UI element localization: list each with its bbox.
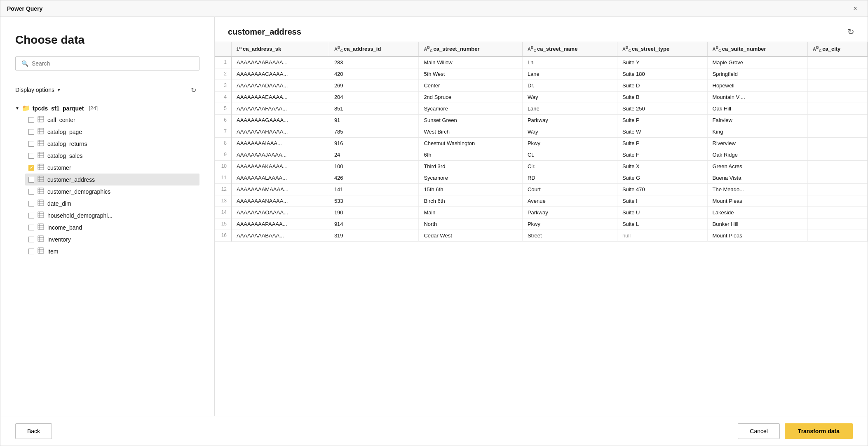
tree-item-checkbox[interactable] xyxy=(28,129,34,135)
tree-item-checkbox[interactable] xyxy=(28,225,34,230)
tree-item[interactable]: customer_demographics xyxy=(25,185,199,197)
tree-item[interactable]: household_demographi... xyxy=(25,209,199,221)
col-type-icon: ABC xyxy=(528,47,536,52)
transform-data-button[interactable]: Transform data xyxy=(785,423,853,439)
cell-ca_city xyxy=(808,56,868,68)
display-options-row: Display options ▾ ↻ xyxy=(0,79,214,99)
cell-ca_address_id: 141 xyxy=(329,183,419,195)
cell-ca_address_id: 785 xyxy=(329,126,419,137)
row-number: 11 xyxy=(215,172,231,183)
tree-item-label: customer_demographics xyxy=(47,188,110,195)
cell-ca_street_type: null xyxy=(617,230,707,241)
cell-ca_address_sk: AAAAAAAAEAAAA... xyxy=(231,91,329,103)
cell-ca_suite_number: Oak Ridge xyxy=(707,149,808,160)
cell-ca_street_type: Suite W xyxy=(617,126,707,137)
display-options-button[interactable]: Display options ▾ xyxy=(15,87,60,93)
table-row: 4AAAAAAAAEAAAA...2042nd SpruceWaySuite B… xyxy=(215,91,868,103)
cell-ca_street_name: Ln xyxy=(522,56,617,68)
svg-rect-0 xyxy=(38,116,44,122)
col-header-ca_city: ABCca_city xyxy=(808,42,868,56)
cell-ca_suite_number: Hopewell xyxy=(707,80,808,91)
cancel-button[interactable]: Cancel xyxy=(738,423,780,439)
cell-ca_street_name: Dr. xyxy=(522,80,617,91)
tree-item[interactable]: catalog_page xyxy=(25,126,199,138)
cell-ca_city xyxy=(808,68,868,80)
cell-ca_suite_number: Riverview xyxy=(707,137,808,149)
table-icon xyxy=(38,152,44,160)
row-number: 6 xyxy=(215,114,231,126)
window-title: Power Query xyxy=(7,5,42,12)
tree-item-checkbox[interactable] xyxy=(28,117,34,123)
col-header-ca_street_number: ABCca_street_number xyxy=(419,42,523,56)
table-icon xyxy=(38,164,44,171)
tree-item[interactable]: call_center xyxy=(25,114,199,126)
tree-item-checkbox[interactable] xyxy=(28,165,34,171)
cell-ca_street_number: 15th 6th xyxy=(419,183,523,195)
close-button[interactable]: × xyxy=(849,3,861,14)
cell-ca_city xyxy=(808,207,868,218)
col-header-ca_street_name: ABCca_street_name xyxy=(522,42,617,56)
cell-ca_street_name: Court xyxy=(522,183,617,195)
cell-ca_street_type: Suite G xyxy=(617,172,707,183)
tree-item-checkbox[interactable] xyxy=(28,249,34,254)
svg-rect-44 xyxy=(38,248,44,254)
tree-item-checkbox[interactable] xyxy=(28,153,34,159)
table-row: 12AAAAAAAAMAAAA...14115th 6thCourtSuite … xyxy=(215,183,868,195)
row-number: 16 xyxy=(215,230,231,241)
tree-item[interactable]: customer_address xyxy=(25,174,199,185)
cell-ca_city xyxy=(808,195,868,207)
data-table: 1²³ca_address_skABCca_address_idABCca_st… xyxy=(215,42,868,242)
tree-item[interactable]: inventory xyxy=(25,233,199,245)
cell-ca_street_type: Suite P xyxy=(617,137,707,149)
svg-rect-16 xyxy=(38,164,44,170)
cell-ca_street_type: Suite P xyxy=(617,114,707,126)
data-table-container[interactable]: 1²³ca_address_skABCca_address_idABCca_st… xyxy=(215,42,868,416)
svg-rect-4 xyxy=(38,128,44,134)
folder-label: tpcds_sf1_parquet xyxy=(33,105,84,112)
tree-item-checkbox[interactable] xyxy=(28,189,34,195)
refresh-table-button[interactable]: ↻ xyxy=(847,27,854,37)
tree-item-checkbox[interactable] xyxy=(28,213,34,218)
cell-ca_address_sk: AAAAAAAAFAAAA... xyxy=(231,103,329,114)
svg-rect-12 xyxy=(38,152,44,158)
footer-right: Cancel Transform data xyxy=(738,423,853,439)
table-icon xyxy=(38,211,44,219)
cell-ca_street_number: Chestnut Washington xyxy=(419,137,523,149)
power-query-window: Power Query × Choose data 🔍 Display opti… xyxy=(0,0,868,446)
table-row: 9AAAAAAAAJAAAA...246thCt.Suite FOak Ridg… xyxy=(215,149,868,160)
tree-item-label: catalog_returns xyxy=(47,141,87,147)
tree-item[interactable]: item xyxy=(25,245,199,257)
cell-ca_city xyxy=(808,91,868,103)
row-number: 10 xyxy=(215,160,231,172)
right-panel: customer_address ↻ 1²³ca_address_skABCca… xyxy=(215,17,868,416)
cell-ca_address_id: 283 xyxy=(329,56,419,68)
tree-item-label: inventory xyxy=(47,236,71,243)
table-icon xyxy=(38,235,44,243)
table-icon xyxy=(38,176,44,183)
tree-item-checkbox[interactable] xyxy=(28,177,34,183)
cell-ca_address_id: 204 xyxy=(329,91,419,103)
cell-ca_address_sk: AAAAAAAAGAAAA... xyxy=(231,114,329,126)
tree-item[interactable]: customer xyxy=(25,162,199,174)
cell-ca_address_sk: AAAAAAAAOAAAA... xyxy=(231,207,329,218)
back-button[interactable]: Back xyxy=(15,423,52,439)
footer: Back Cancel Transform data xyxy=(0,416,868,446)
tree-item-checkbox[interactable] xyxy=(28,237,34,242)
svg-rect-24 xyxy=(38,188,44,194)
tree-item-checkbox[interactable] xyxy=(28,201,34,207)
tree-item-checkbox[interactable] xyxy=(28,141,34,147)
table-row: 3AAAAAAAADAAAA...269CenterDr.Suite DHope… xyxy=(215,80,868,91)
table-icon xyxy=(38,116,44,124)
cell-ca_suite_number: Springfield xyxy=(707,68,808,80)
col-type-icon: ABC xyxy=(424,47,432,52)
cell-ca_city xyxy=(808,183,868,195)
tree-item[interactable]: income_band xyxy=(25,221,199,233)
tree-item[interactable]: date_dim xyxy=(25,197,199,209)
tree-item[interactable]: catalog_sales xyxy=(25,150,199,162)
table-row: 14AAAAAAAAOAAAA...190MainParkwaySuite UL… xyxy=(215,207,868,218)
search-input[interactable] xyxy=(32,60,193,67)
refresh-button[interactable]: ↻ xyxy=(187,84,199,96)
tree-folder[interactable]: ▼ 📁 tpcds_sf1_parquet [24] xyxy=(15,103,199,114)
cell-ca_address_sk: AAAAAAAANAAAA... xyxy=(231,195,329,207)
tree-item[interactable]: catalog_returns xyxy=(25,138,199,150)
